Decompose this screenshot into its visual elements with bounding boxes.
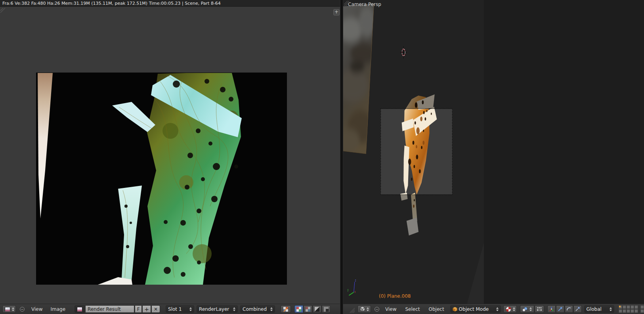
chevron-updown-icon — [233, 307, 235, 311]
image-editor-canvas[interactable]: + — [0, 7, 340, 304]
blender-window: Fra:6 Ve:382 Fa:480 Ha:26 Mem:31.19M (13… — [0, 0, 644, 314]
unlink-image-button[interactable]: ✕ — [151, 305, 160, 313]
editor-type-selector[interactable] — [357, 305, 371, 313]
manipulator-translate-button[interactable] — [556, 305, 564, 313]
image-editor-icon — [5, 307, 10, 312]
area-corner-handle[interactable] — [350, 308, 355, 313]
channel-rgb-button[interactable] — [304, 305, 312, 313]
chevron-updown-icon — [610, 307, 612, 311]
zbuffer-icon — [324, 307, 329, 312]
layers-grid-left[interactable] — [619, 305, 638, 313]
chevron-updown-icon — [513, 307, 515, 311]
area-splitter[interactable] — [340, 0, 343, 314]
pivot-point-icon — [522, 307, 527, 312]
mode-select[interactable]: Object Mode — [450, 305, 501, 313]
viewport-canvas[interactable]: y z x Camera Persp (0) Plane.008 — [343, 0, 644, 304]
layers-grid-right[interactable] — [640, 305, 644, 313]
image-paint-toggle[interactable] — [281, 305, 291, 313]
renderlayer-select[interactable]: RenderLayer — [197, 305, 238, 313]
pivot-select[interactable] — [520, 305, 534, 313]
channel-alpha-button[interactable] — [313, 305, 321, 313]
viewport-panel: y z x Camera Persp (0) Plane.008 — [343, 0, 644, 314]
manipulator-rotate-button[interactable] — [565, 305, 573, 313]
viewport-scene: y z x — [343, 0, 644, 304]
alpha-icon — [315, 307, 319, 312]
editor-type-selector[interactable] — [2, 305, 16, 313]
render-stats-bar: Fra:6 Ve:382 Fa:480 Ha:26 Mem:31.19M (13… — [0, 0, 340, 7]
axis-z-label: z — [355, 278, 356, 283]
channel-rgba-button[interactable] — [294, 305, 303, 313]
chevron-updown-icon — [270, 307, 273, 311]
menu-view[interactable]: View — [383, 306, 398, 312]
axis-y-label: y — [348, 287, 348, 292]
menu-select[interactable]: Select — [403, 306, 422, 312]
slot-select[interactable]: Slot 1 — [166, 305, 194, 313]
renderpass-select[interactable]: Combined — [240, 305, 275, 313]
viewport-header: − View Select Object Object Mode — [343, 304, 644, 314]
render-result-image — [0, 7, 340, 304]
collapse-menus-icon[interactable]: − — [20, 307, 25, 312]
image-datablock-icon — [77, 307, 82, 312]
orientation-select[interactable]: Global — [584, 305, 614, 313]
channel-z-button[interactable] — [322, 305, 331, 313]
chevron-updown-icon — [529, 307, 532, 311]
viewport-shading-icon — [506, 306, 511, 312]
datablock-name-field[interactable]: Render Result — [85, 305, 134, 313]
menu-object[interactable]: Object — [427, 306, 446, 312]
menu-view[interactable]: View — [29, 306, 44, 312]
translate-arrow-icon — [558, 306, 563, 312]
viewport-editor-icon — [360, 306, 365, 312]
center-points-toggle[interactable] — [535, 305, 544, 313]
manipulator-scale-button[interactable] — [573, 305, 582, 313]
close-icon: ✕ — [154, 306, 158, 312]
object-mode-cube-icon — [453, 307, 457, 312]
image-browse-button[interactable] — [75, 305, 85, 313]
image-paint-icon — [283, 306, 289, 312]
image-editor-header: − View Image Render Result F — [0, 304, 340, 314]
fake-user-button[interactable]: F — [135, 305, 142, 313]
manipulator-axes-icon — [549, 306, 554, 312]
rotate-arc-icon — [566, 306, 571, 312]
manipulator-toggle[interactable] — [547, 305, 556, 313]
collapse-menus-icon[interactable]: − — [375, 307, 379, 312]
scale-icon — [575, 306, 580, 312]
rgba-checker-icon — [296, 307, 301, 312]
menu-image[interactable]: Image — [48, 306, 67, 312]
image-editor-panel: Fra:6 Ve:382 Fa:480 Ha:26 Mem:31.19M (13… — [0, 0, 340, 314]
chevron-updown-icon — [189, 307, 192, 311]
plus-icon: + — [144, 306, 149, 312]
region-expand-button[interactable]: + — [333, 9, 340, 15]
shading-select[interactable] — [503, 305, 517, 313]
chevron-updown-icon — [496, 307, 499, 311]
new-image-button[interactable]: + — [142, 305, 151, 313]
manipulate-centers-icon — [536, 307, 543, 312]
axis-x-label: x — [354, 289, 355, 294]
rgb-checker-icon — [306, 307, 310, 312]
